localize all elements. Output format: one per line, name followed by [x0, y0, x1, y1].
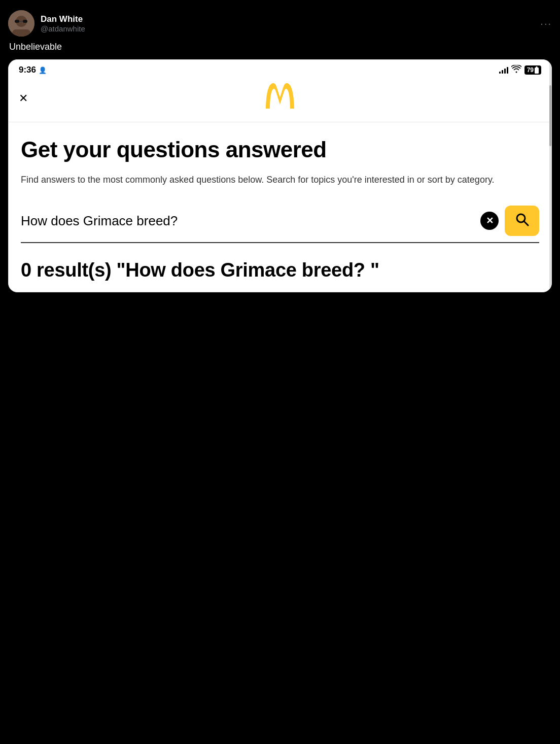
status-right: 79 [499, 65, 541, 75]
search-submit-button[interactable] [505, 206, 539, 236]
svg-rect-2 [12, 29, 30, 37]
signal-bars [499, 66, 508, 74]
tweet-header-left: Dan White @atdanwhite [8, 10, 85, 37]
svg-rect-3 [15, 20, 19, 23]
avatar[interactable] [8, 10, 34, 37]
lock-icon: 👤 [39, 66, 47, 74]
battery-indicator: 79 [524, 65, 541, 75]
phone-screenshot-card: 9:36 👤 [8, 59, 552, 292]
mcdonalds-logo [262, 82, 298, 115]
search-input[interactable]: How does Grimace breed? [21, 213, 474, 229]
close-button[interactable]: ✕ [19, 92, 28, 105]
status-bar: 9:36 👤 [9, 60, 551, 77]
search-icon [514, 212, 530, 230]
faq-page-description: Find answers to the most commonly asked … [21, 173, 539, 187]
svg-rect-6 [535, 67, 539, 74]
svg-line-9 [524, 221, 528, 225]
app-content: Get your questions answered Find answers… [9, 122, 551, 292]
svg-rect-7 [536, 66, 538, 68]
user-name[interactable]: Dan White [41, 14, 85, 24]
faq-page-title: Get your questions answered [21, 138, 539, 162]
tweet-container: Dan White @atdanwhite ··· Unbelievable 9… [0, 0, 560, 744]
signal-bar-4 [507, 67, 508, 74]
signal-bar-3 [504, 69, 506, 74]
clear-icon: ✕ [486, 216, 494, 225]
tweet-header: Dan White @atdanwhite ··· [8, 10, 552, 37]
signal-bar-2 [502, 70, 503, 74]
search-area: How does Grimace breed? ✕ [21, 206, 539, 243]
scrollbar-thumb[interactable] [549, 85, 551, 146]
user-handle[interactable]: @atdanwhite [41, 24, 85, 33]
phone-card-inner: 9:36 👤 [9, 60, 551, 292]
app-header: ✕ [9, 77, 551, 122]
status-time: 9:36 👤 [19, 65, 47, 75]
search-clear-button[interactable]: ✕ [480, 212, 499, 230]
more-options-icon[interactable]: ··· [540, 18, 552, 29]
user-info: Dan White @atdanwhite [41, 14, 85, 33]
svg-rect-4 [23, 20, 27, 23]
results-count-text: 0 result(s) "How does Grimace breed? " [21, 259, 539, 282]
search-results: 0 result(s) "How does Grimace breed? " [21, 254, 539, 282]
wifi-icon [511, 65, 521, 75]
scrollbar[interactable] [549, 60, 551, 292]
signal-bar-1 [499, 72, 501, 74]
tweet-body: Unbelievable [8, 42, 552, 52]
